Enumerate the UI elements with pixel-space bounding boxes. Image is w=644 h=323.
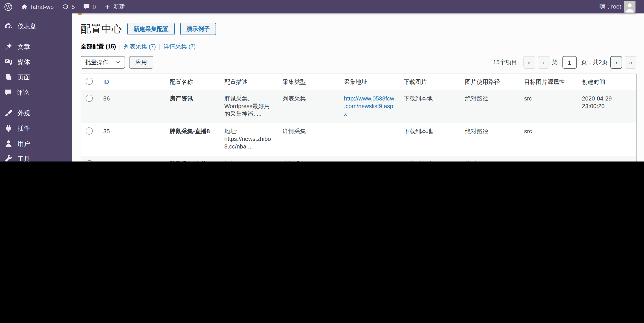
page-title: 配置中心 — [81, 22, 122, 36]
sidebar-item-posts[interactable]: 文章 — [0, 40, 72, 55]
table-header-row: ID 配置名称 配置描述 采集类型 采集地址 下载图片 图片使用路径 目标图片源… — [81, 74, 636, 90]
admin-notice-peek — [78, 14, 636, 15]
updates-link[interactable]: 5 — [58, 0, 79, 14]
filter-all[interactable]: 全部配置 (15) — [81, 43, 116, 50]
cell-config-name: 房产资讯 — [170, 95, 193, 102]
cell-attr: src — [520, 90, 578, 123]
page-suffix-label: 页，共2页 — [581, 58, 608, 66]
cell-download: 下载到本地 — [399, 90, 460, 123]
col-header-url: 采集地址 — [340, 74, 399, 90]
cell-created — [578, 156, 636, 162]
current-page-input[interactable] — [562, 56, 577, 69]
account-menu[interactable]: 嗨，root — [596, 0, 640, 14]
update-count: 5 — [72, 3, 74, 10]
home-icon — [20, 3, 28, 11]
bulk-action-select[interactable]: 批量操作 — [81, 56, 125, 69]
cell-url — [340, 156, 399, 162]
greeting-text: 嗨，root — [600, 3, 621, 11]
filter-list-collect[interactable]: 列表采集 (7) — [124, 43, 156, 50]
cell-path: 绝对路径 — [460, 156, 520, 162]
cell-config-name: 胖鼠采集-虎扑 — [170, 161, 206, 162]
sidebar-item-plugins[interactable]: 插件 — [0, 121, 72, 136]
cell-download: 下载到本地 — [399, 123, 460, 156]
col-header-desc: 配置描述 — [220, 74, 278, 90]
comment-count: 0 — [93, 3, 96, 10]
row-checkbox[interactable] — [86, 95, 93, 102]
filter-links: 全部配置 (15)|列表采集 (7)|详情采集 (7) — [81, 43, 636, 50]
select-all-checkbox[interactable] — [86, 78, 93, 85]
items-total: 15个项目 — [493, 58, 517, 66]
row-checkbox[interactable] — [86, 160, 93, 162]
comments-link[interactable]: 0 — [79, 0, 100, 14]
row-checkbox[interactable] — [86, 127, 93, 135]
cell-path: 绝对路径 — [460, 123, 520, 156]
chevron-down-icon — [116, 59, 120, 66]
col-header-path: 图片使用路径 — [460, 74, 520, 90]
plus-icon — [104, 3, 111, 10]
table-row: 35 胖鼠采集-直播8 地址: https://news.zhibo8.cc/n… — [81, 123, 636, 156]
new-content-button[interactable]: 新建 — [100, 0, 129, 14]
cell-type: 列表采集 — [278, 90, 340, 123]
cell-id: 35 — [99, 123, 165, 156]
svg-text:W: W — [6, 4, 11, 10]
user-icon — [4, 139, 13, 149]
col-header-attr: 目标图片源属性 — [520, 74, 578, 90]
demo-examples-button[interactable]: 演示例子 — [180, 23, 216, 35]
cell-created: 2020-04-29 23:00:20 — [578, 90, 636, 123]
avatar — [624, 1, 636, 13]
sidebar-separator — [0, 101, 72, 106]
sidebar-item-label: 页面 — [18, 74, 30, 82]
sidebar-item-tools[interactable]: 工具 — [0, 152, 72, 162]
cell-created — [578, 123, 636, 156]
last-page-button[interactable]: » — [625, 56, 636, 69]
wrench-icon — [4, 154, 13, 162]
apply-button[interactable]: 应用 — [129, 56, 153, 69]
col-header-name: 配置名称 — [165, 74, 220, 90]
sidebar-item-users[interactable]: 用户 — [0, 136, 72, 152]
comment-bubble-icon — [4, 88, 12, 98]
cell-desc: 胖鼠采集, Wordpress最好用的采集神器. ... — [220, 90, 278, 123]
cell-path: 绝对路径 — [460, 90, 520, 123]
filter-detail-collect[interactable]: 详情采集 (7) — [164, 43, 196, 50]
cell-type: 详情采集 — [278, 123, 340, 156]
table-row: 34 胖鼠采集-虎扑 地址: https://voice.hupu.com/nb… — [81, 156, 636, 162]
col-header-download: 下载图片 — [399, 74, 460, 90]
cell-desc: 地址: https://voice.hupu.com/nba ... — [220, 156, 278, 162]
cell-url — [340, 123, 399, 156]
sidebar-item-label: 评论 — [16, 89, 29, 97]
collect-url-link[interactable]: http://www.0538fcw.com/newslist9.aspx — [344, 95, 394, 117]
cell-attr: src — [520, 156, 578, 162]
col-header-type: 采集类型 — [278, 74, 340, 90]
sidebar-item-label: 媒体 — [18, 58, 30, 66]
sidebar-item-media[interactable]: 媒体 — [0, 55, 72, 70]
sidebar-item-dashboard[interactable]: 仪表盘 — [0, 19, 72, 34]
sidebar-item-pages[interactable]: 页面 — [0, 70, 72, 85]
bulk-action-selected-value: 批量操作 — [85, 58, 108, 66]
sidebar-separator — [0, 34, 72, 40]
cell-desc: 地址: https://news.zhibo8.cc/nba ... — [220, 123, 278, 156]
sidebar-item-label: 插件 — [18, 125, 30, 133]
sidebar-item-label: 文章 — [18, 43, 30, 51]
page-prefix-label: 第 — [552, 58, 558, 66]
first-page-button[interactable]: « — [524, 56, 535, 69]
prev-page-button[interactable]: ‹ — [538, 56, 550, 69]
new-label: 新建 — [114, 3, 125, 11]
site-name: fatrat-wp — [31, 3, 54, 10]
sort-by-id-link[interactable]: ID — [103, 79, 109, 85]
cell-attr: src — [520, 123, 578, 156]
table-row: 36 房产资讯 胖鼠采集, Wordpress最好用的采集神器. ... 列表采… — [81, 90, 636, 123]
pin-icon — [4, 42, 13, 52]
config-table: ID 配置名称 配置描述 采集类型 采集地址 下载图片 图片使用路径 目标图片源… — [81, 74, 637, 162]
next-page-button[interactable]: › — [610, 56, 622, 69]
main-content: 配置中心 新建采集配置 演示例子 全部配置 (15)|列表采集 (7)|详情采集… — [72, 14, 636, 162]
site-home-link[interactable]: fatrat-wp — [16, 0, 58, 14]
wordpress-menu-button[interactable]: W — [0, 0, 16, 14]
media-icon — [4, 57, 13, 68]
cell-id: 36 — [99, 90, 165, 123]
sidebar-item-comments[interactable]: 评论 — [0, 85, 72, 101]
cell-config-name: 胖鼠采集-直播8 — [170, 128, 210, 135]
sidebar-item-label: 用户 — [18, 140, 30, 148]
brush-icon — [4, 108, 13, 119]
new-config-button[interactable]: 新建采集配置 — [127, 23, 175, 35]
sidebar-item-appearance[interactable]: 外观 — [0, 106, 72, 121]
